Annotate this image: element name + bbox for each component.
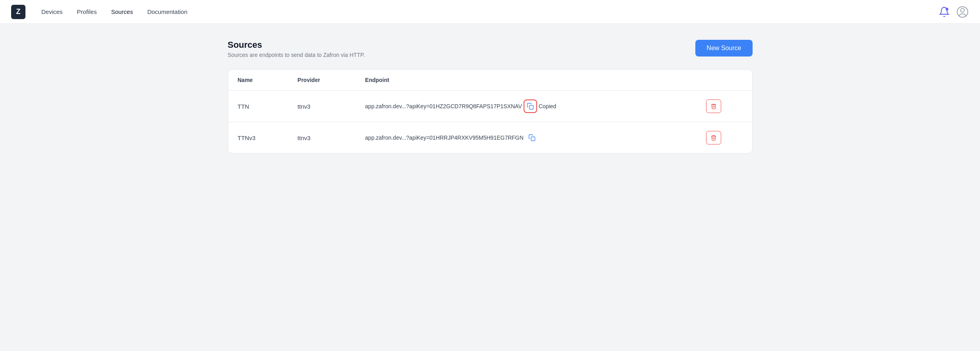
row-endpoint: app.zafron.dev...?apiKey=01HRRJP4RXKV95M… [355,122,697,154]
sources-table: Name Provider Endpoint TTNttnv3app.zafro… [228,70,752,153]
copied-label: Copied [539,103,556,109]
table-row: TTNttnv3app.zafron.dev...?apiKey=01HZ2GC… [228,91,752,122]
svg-point-0 [946,8,949,10]
new-source-button[interactable]: New Source [695,40,752,57]
col-endpoint: Endpoint [355,70,697,91]
row-provider: ttnv3 [288,122,355,154]
col-name: Name [228,70,288,91]
row-endpoint: app.zafron.dev...?apiKey=01HZ2GCD7R9Q8FA… [355,91,697,122]
user-avatar-icon[interactable] [956,6,969,18]
col-provider: Provider [288,70,355,91]
delete-source-button[interactable] [706,99,721,113]
endpoint-text: app.zafron.dev...?apiKey=01HRRJP4RXKV95M… [365,135,524,141]
delete-source-button[interactable] [706,131,721,144]
notification-bell-icon[interactable] [939,6,950,18]
copy-endpoint-button[interactable] [525,101,536,111]
page-header: Sources Sources are endpoints to send da… [228,40,753,58]
page-title-block: Sources Sources are endpoints to send da… [228,40,365,58]
nav-documentation[interactable]: Documentation [141,5,194,18]
svg-rect-3 [529,105,533,109]
navbar: Z Devices Profiles Sources Documentation [0,0,980,24]
col-actions [697,70,752,91]
row-name: TTN [228,91,288,122]
sources-table-card: Name Provider Endpoint TTNttnv3app.zafro… [228,69,753,154]
nav-profiles[interactable]: Profiles [70,5,103,18]
navbar-links: Devices Profiles Sources Documentation [35,5,939,18]
nav-sources[interactable]: Sources [105,5,139,18]
navbar-right [939,6,969,18]
trash-icon [710,135,717,141]
svg-rect-4 [531,137,535,141]
row-provider: ttnv3 [288,91,355,122]
nav-devices[interactable]: Devices [35,5,69,18]
table-header-row: Name Provider Endpoint [228,70,752,91]
copy-icon [527,103,534,110]
endpoint-text: app.zafron.dev...?apiKey=01HZ2GCD7R9Q8FA… [365,103,522,109]
page-title: Sources [228,40,365,50]
table-row: TTNv3ttnv3app.zafron.dev...?apiKey=01HRR… [228,122,752,154]
copy-icon [528,134,536,141]
page-subtitle: Sources are endpoints to send data to Za… [228,52,365,58]
trash-icon [710,103,717,109]
page-content: Sources Sources are endpoints to send da… [212,24,768,170]
svg-point-2 [961,8,964,12]
row-name: TTNv3 [228,122,288,154]
app-logo: Z [11,5,25,19]
copy-endpoint-button[interactable] [527,133,537,143]
row-actions [697,122,752,154]
row-actions [697,91,752,122]
